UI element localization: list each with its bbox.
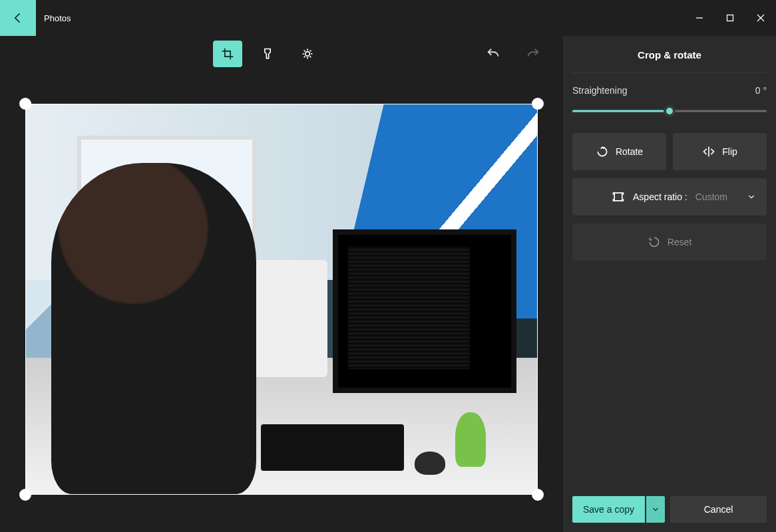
aspect-ratio-button[interactable]: Aspect ratio : Custom xyxy=(572,178,767,215)
back-button[interactable] xyxy=(0,0,36,36)
save-split-button: Save a copy xyxy=(572,496,665,523)
canvas-area xyxy=(0,36,563,532)
edit-toolbar xyxy=(0,36,563,72)
aspect-label: Aspect ratio : xyxy=(633,192,687,202)
crop-handle-top-left[interactable] xyxy=(19,98,31,110)
flip-button[interactable]: Flip xyxy=(673,133,767,170)
straighten-slider[interactable] xyxy=(572,104,767,118)
crop-handle-top-right[interactable] xyxy=(532,98,544,110)
crop-handle-bottom-right[interactable] xyxy=(532,489,544,501)
redo-button xyxy=(523,44,543,64)
photo-preview[interactable] xyxy=(25,104,538,495)
save-button[interactable]: Save a copy xyxy=(572,496,645,523)
straighten-label: Straightening xyxy=(572,85,628,96)
svg-point-1 xyxy=(305,52,310,57)
side-panel: Crop & rotate Straightening 0 ° Rotate F… xyxy=(563,36,776,532)
maximize-button[interactable] xyxy=(715,0,745,36)
chevron-down-icon xyxy=(747,192,756,201)
cancel-button[interactable]: Cancel xyxy=(670,496,767,523)
svg-rect-0 xyxy=(727,15,733,21)
close-button[interactable] xyxy=(745,0,776,36)
window-controls xyxy=(684,0,776,36)
crop-frame[interactable] xyxy=(25,104,538,495)
title-bar: Photos xyxy=(0,0,776,36)
rotate-button[interactable]: Rotate xyxy=(572,133,666,170)
svg-rect-2 xyxy=(614,193,622,201)
slider-thumb[interactable] xyxy=(664,105,676,117)
crop-handle-bottom-left[interactable] xyxy=(19,489,31,501)
crop-tool-button[interactable] xyxy=(213,41,242,67)
panel-title: Crop & rotate xyxy=(572,49,767,73)
adjust-tool-button[interactable] xyxy=(293,41,322,67)
save-dropdown-button[interactable] xyxy=(646,496,665,523)
aspect-value: Custom xyxy=(695,192,727,202)
flip-label: Flip xyxy=(722,146,737,157)
filters-tool-button[interactable] xyxy=(253,41,282,67)
rotate-label: Rotate xyxy=(616,146,643,157)
app-title: Photos xyxy=(36,0,71,36)
straighten-value: 0 ° xyxy=(755,85,767,96)
undo-button[interactable] xyxy=(483,44,503,64)
reset-label: Reset xyxy=(668,237,692,247)
reset-button[interactable]: Reset xyxy=(572,223,767,261)
minimize-button[interactable] xyxy=(684,0,715,36)
